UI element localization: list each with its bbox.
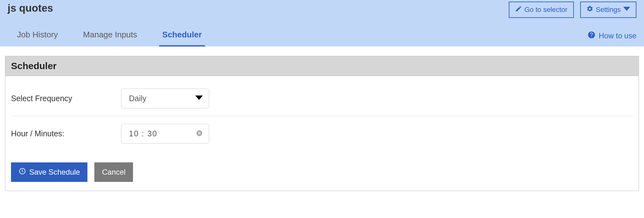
header-actions: Go to selector Settings <box>509 2 636 18</box>
time-input-wrapper <box>121 124 209 144</box>
gears-icon <box>586 5 593 14</box>
panel-title: Scheduler <box>11 61 633 71</box>
save-button-label: Save Schedule <box>29 168 80 177</box>
settings-button[interactable]: Settings <box>580 2 637 18</box>
tab-scheduler[interactable]: Scheduler <box>159 30 205 46</box>
edit-icon <box>515 5 522 14</box>
scheduler-panel: Scheduler Select Frequency Hour / Minute… <box>5 56 639 191</box>
go-to-selector-button[interactable]: Go to selector <box>509 2 574 18</box>
time-row: Hour / Minutes: <box>11 120 633 147</box>
help-icon <box>587 31 596 41</box>
settings-label: Settings <box>596 6 621 14</box>
frequency-row: Select Frequency <box>11 85 633 112</box>
caret-down-icon <box>623 5 630 14</box>
how-to-use-label: How to use <box>599 31 636 40</box>
clock-icon <box>19 167 26 177</box>
tab-manage-inputs[interactable]: Manage Inputs <box>80 30 140 46</box>
page-title: js quotes <box>8 2 53 14</box>
how-to-use-link[interactable]: How to use <box>587 31 636 46</box>
page-header: js quotes Go to selector Settings Job Hi… <box>0 0 644 46</box>
tabs: Job History Manage Inputs Scheduler <box>8 30 205 46</box>
button-row: Save Schedule Cancel <box>11 162 633 182</box>
panel-body: Select Frequency Hour / Minutes: <box>5 76 639 191</box>
save-schedule-button[interactable]: Save Schedule <box>11 162 87 182</box>
tabs-row: Job History Manage Inputs Scheduler How … <box>0 30 644 46</box>
panel-header: Scheduler <box>5 56 639 76</box>
header-top-row: js quotes Go to selector Settings <box>0 0 644 18</box>
tab-job-history[interactable]: Job History <box>14 30 61 46</box>
cancel-button-label: Cancel <box>102 168 125 177</box>
frequency-select-wrapper <box>121 89 209 108</box>
frequency-label: Select Frequency <box>11 94 121 103</box>
frequency-select[interactable] <box>121 89 209 108</box>
cancel-button[interactable]: Cancel <box>94 162 133 182</box>
divider <box>11 116 633 116</box>
go-to-selector-label: Go to selector <box>525 6 568 14</box>
clear-icon[interactable] <box>196 130 203 138</box>
time-label: Hour / Minutes: <box>11 129 121 138</box>
